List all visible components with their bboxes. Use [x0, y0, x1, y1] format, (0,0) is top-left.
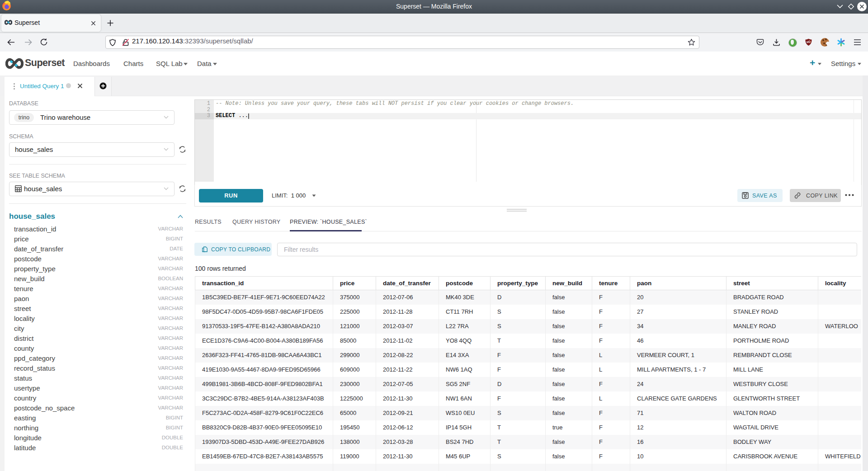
svg-text:uO: uO: [807, 40, 811, 43]
